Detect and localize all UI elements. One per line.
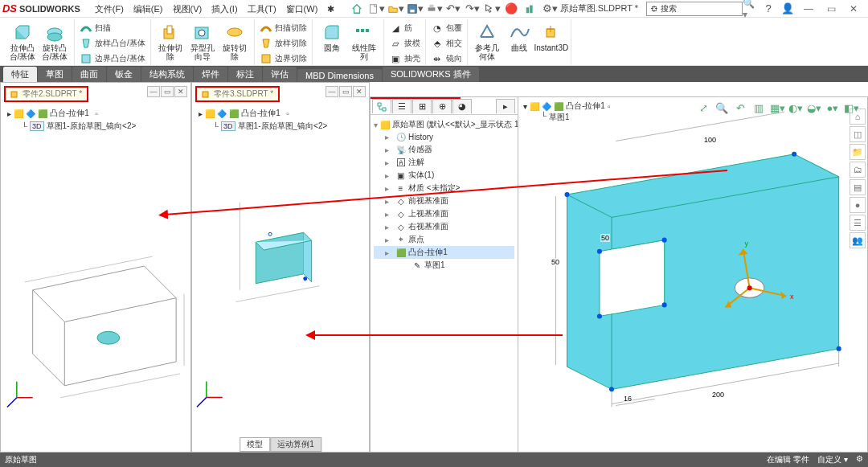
select-icon[interactable]: ▾ (483, 1, 501, 17)
expand-icon[interactable]: ▸ (385, 210, 393, 219)
cmd-ref-geom[interactable]: 参考几 何体 (471, 21, 503, 61)
tab-structural[interactable]: 结构系统 (141, 67, 193, 82)
pane2-tree-top[interactable]: ▸ 🟨 🔷 🟩 凸台-拉伸1 ▫ (199, 107, 327, 120)
fm-item-10[interactable]: ✎草图1 (374, 259, 514, 272)
pane1-tree-sub[interactable]: └ 3D 草图1-原始草图_镜向<2> (7, 120, 136, 133)
pane2-max[interactable]: ▭ (339, 86, 352, 97)
expand-icon[interactable]: ▸ (385, 171, 393, 180)
fm-item-9[interactable]: ▸🟩凸台-拉伸1 (374, 246, 514, 259)
pane1-tree-top[interactable]: ▸ 🟨 🔷 🟩 凸台-拉伸1 ▫ (7, 107, 136, 120)
appear-icon[interactable]: ●▾ (825, 100, 841, 115)
expand-icon[interactable]: ▸ (385, 133, 393, 141)
pane1-min[interactable]: — (147, 86, 160, 97)
tab-addins[interactable]: SOLIDWORKS 插件 (383, 67, 479, 82)
cmd-wrap[interactable]: ◔包覆 (429, 21, 464, 35)
cmd-sweep[interactable]: 扫描 (78, 21, 147, 35)
window-minimize[interactable]: — (797, 3, 820, 14)
tab-sketch[interactable]: 草图 (38, 67, 72, 82)
cmd-mirror[interactable]: ⇹镜向 (429, 51, 464, 66)
cmd-curves[interactable]: 曲线 (503, 21, 535, 61)
pane2-title[interactable]: 零件3.SLDPRT * (195, 86, 280, 102)
rebuild-icon[interactable] (522, 1, 539, 17)
search-box[interactable]: ⯐ 搜索 (646, 2, 743, 16)
fm-item-2[interactable]: ▸🄰注解 (374, 156, 514, 169)
pane1-title[interactable]: 零件2.SLDPRT * (4, 86, 88, 102)
window-close[interactable]: ✕ (842, 3, 865, 14)
graphics-area[interactable]: ⤢ 🔍 ↶ ▥ ▦▾ ◐▾ ◒▾ ●▾ ◧▾ ▾ 🟨 🔷 🟩 (518, 97, 867, 452)
section-icon[interactable]: ▥ (751, 100, 767, 115)
help-icon[interactable]: ? (760, 1, 777, 17)
tab-evaluate[interactable]: 评估 (263, 67, 297, 82)
cmd-cut-loft[interactable]: 放样切除 (258, 36, 309, 51)
cmd-boundary[interactable]: 边界凸台/基体 (78, 51, 147, 66)
window-restore[interactable]: ▭ (820, 3, 842, 14)
open-icon[interactable]: ▾ (387, 1, 404, 17)
fm-item-3[interactable]: ▸▣实体(1) (374, 169, 514, 182)
fm-item-0[interactable]: ▸🕓History (374, 131, 514, 143)
expand-icon[interactable]: ▸ (385, 223, 393, 231)
pane2-tree-sub[interactable]: └ 3D 草图1-原始草图_镜向<2> (199, 120, 327, 133)
cmd-cut-revolve[interactable]: 旋转切 除 (219, 21, 251, 61)
cmd-revolve-boss[interactable]: 旋转凸 台/基体 (39, 21, 71, 61)
save-icon[interactable]: ▾ (406, 1, 424, 17)
gfx-tree-top[interactable]: ▾ 🟨 🔷 🟩 凸台-拉伸1 ▫ (523, 100, 610, 112)
pane2-close[interactable]: ✕ (353, 86, 366, 97)
scene-icon[interactable]: ◒▾ (806, 100, 822, 115)
tab-dimension[interactable]: 标注 (228, 67, 262, 82)
orient-icon[interactable]: ▦▾ (769, 100, 785, 115)
print-icon[interactable]: ▾ (425, 1, 443, 17)
menu-edit[interactable]: 编辑(E) (129, 0, 168, 18)
cmd-rib[interactable]: ◢筋 (387, 21, 422, 35)
cmd-cut-boundary[interactable]: 边界切除 (258, 51, 309, 66)
status-gear-icon[interactable]: ⚙ (856, 454, 863, 465)
menu-window[interactable]: 窗口(W) (281, 0, 323, 18)
fm-item-7[interactable]: ▸◇右视基准面 (374, 220, 514, 233)
cmd-draft[interactable]: ▱拔模 (387, 36, 422, 51)
cmd-cut-extrude[interactable]: 拉伸切 除 (154, 21, 186, 61)
color-icon[interactable]: 🔴 (502, 1, 520, 17)
cmd-intersect[interactable]: ⬘相交 (429, 36, 464, 51)
cmd-linear-pattern[interactable]: 线性阵 列 (348, 21, 380, 61)
fm-tab-property[interactable]: ☰ (392, 99, 411, 113)
cmd-loft[interactable]: 放样凸台/基体 (78, 36, 147, 51)
redo-icon[interactable]: ↷▾ (464, 1, 481, 17)
pane1-max[interactable]: ▭ (161, 86, 174, 97)
pane1-viewport[interactable] (1, 83, 190, 433)
expand-icon[interactable]: ▸ (385, 236, 393, 244)
fm-item-4[interactable]: ▸≡材质 <未指定> (374, 182, 514, 195)
menu-star[interactable]: ✱ (322, 0, 339, 18)
zoom-fit-icon[interactable]: ⤢ (695, 100, 711, 115)
style-icon[interactable]: ◐▾ (788, 100, 804, 115)
fm-tab-config[interactable]: ⊞ (412, 99, 432, 113)
fm-tab-display[interactable]: ◕ (452, 99, 472, 113)
user-icon[interactable]: 👤 (779, 1, 796, 17)
tab-weldment[interactable]: 焊件 (194, 67, 227, 82)
menu-file[interactable]: 文件(F) (90, 0, 129, 18)
expand-icon[interactable]: ▸ (385, 248, 393, 257)
options-icon[interactable]: ⚙▾ (541, 1, 559, 17)
cmd-hole-wizard[interactable]: 异型孔 向导 (186, 21, 219, 61)
gfx-tree-sub[interactable]: └ 草图1 (523, 112, 610, 123)
fm-item-6[interactable]: ▸◇上视基准面 (374, 207, 514, 220)
new-icon[interactable]: ▾ (367, 1, 385, 17)
fm-item-5[interactable]: ▸◇前视基准面 (374, 195, 514, 207)
expand-icon[interactable]: ▸ (385, 197, 393, 206)
cmd-fillet[interactable]: 圆角 (316, 21, 348, 61)
cmd-cut-sweep[interactable]: 扫描切除 (258, 21, 309, 35)
cmd-shell[interactable]: ▣抽壳 (387, 51, 422, 66)
fm-tab-dim[interactable]: ⊕ (432, 99, 452, 113)
tab-features[interactable]: 特征 (3, 67, 37, 82)
expand-icon[interactable]: ▸ (385, 145, 393, 154)
prev-view-icon[interactable]: ↶ (732, 100, 748, 115)
cmd-instant3d[interactable]: Instant3D (535, 21, 567, 61)
pane2-viewport[interactable] (192, 83, 369, 433)
btab-motion[interactable]: 运动算例1 (270, 437, 321, 452)
expand-icon[interactable]: ▸ (385, 184, 393, 193)
undo-icon[interactable]: ↶▾ (444, 1, 462, 17)
menu-view[interactable]: 视图(V) (168, 0, 207, 18)
fm-item-8[interactable]: ▸⌖原点 (374, 233, 514, 246)
tab-mbd[interactable]: MBD Dimensions (297, 69, 382, 82)
menu-insert[interactable]: 插入(I) (207, 0, 242, 18)
hide-icon[interactable]: ◧▾ (843, 100, 859, 115)
fm-root[interactable]: ▾ 🟨 原始草图 (默认<<默认>_显示状态 1>) (374, 118, 514, 131)
